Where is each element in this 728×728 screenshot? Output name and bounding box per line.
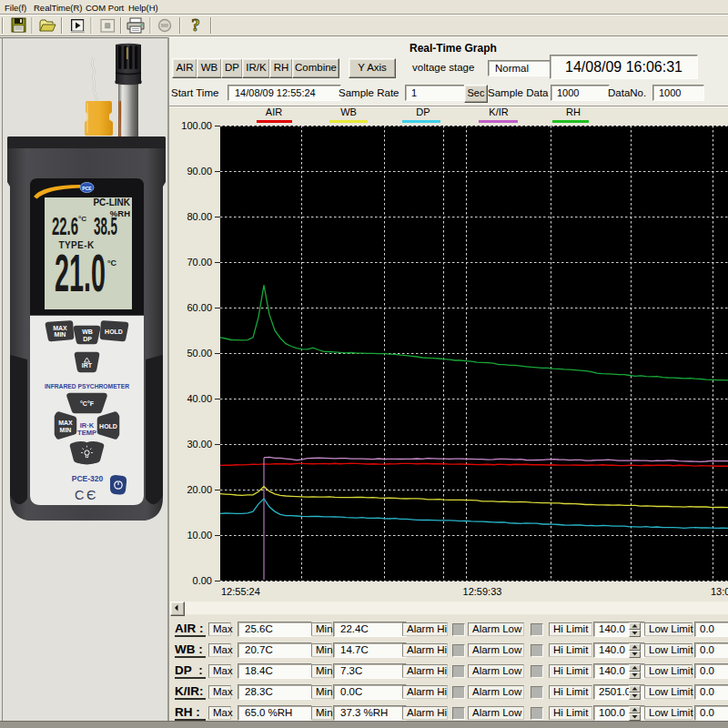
svg-text:DP: DP: [83, 336, 92, 342]
svg-text:38.5: 38.5: [94, 213, 117, 240]
svg-text:°C: °C: [107, 258, 117, 268]
svg-text:PCE: PCE: [82, 186, 92, 191]
svg-text:MIN: MIN: [60, 427, 72, 433]
svg-text:IRT: IRT: [82, 362, 93, 369]
svg-text:°C°F: °C°F: [80, 400, 95, 407]
svg-text:TEMP: TEMP: [77, 429, 96, 437]
svg-text:WB: WB: [82, 329, 93, 335]
svg-text:PC-LINK: PC-LINK: [93, 197, 130, 207]
svg-text:PCE-320: PCE-320: [72, 474, 104, 483]
svg-text:INFRARED PSYCHROMETER: INFRARED PSYCHROMETER: [45, 382, 129, 390]
svg-text:21.0: 21.0: [55, 243, 106, 302]
svg-text:HOLD: HOLD: [105, 329, 123, 335]
svg-text:MAX: MAX: [58, 420, 73, 426]
svg-text:CЄ: CЄ: [75, 488, 98, 502]
svg-text:°C: °C: [78, 215, 86, 223]
svg-text:MIN: MIN: [55, 331, 66, 338]
svg-text:MAX: MAX: [53, 325, 67, 331]
svg-text:?: ?: [191, 15, 200, 35]
svg-text:HOLD: HOLD: [99, 423, 117, 430]
svg-text:22.6: 22.6: [52, 213, 78, 240]
